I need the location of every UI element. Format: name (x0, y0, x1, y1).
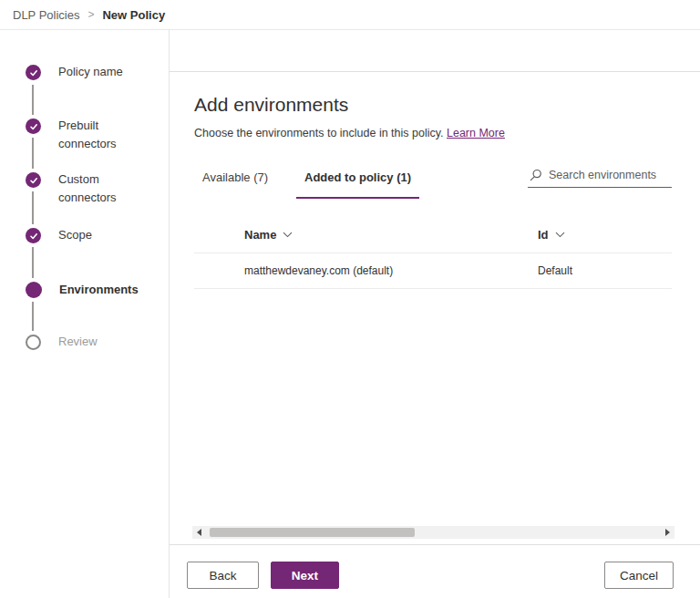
sidebar-step-scope[interactable]: Scope (26, 228, 159, 244)
footer-divider (170, 544, 700, 545)
search-icon (530, 169, 542, 181)
step-complete-check-icon (26, 119, 41, 134)
search-box (528, 164, 672, 188)
back-button[interactable]: Back (187, 562, 259, 589)
sidebar-step-prebuilt-connectors[interactable]: Prebuilt connectors (26, 119, 159, 153)
cancel-button[interactable]: Cancel (604, 562, 674, 589)
column-header-name[interactable]: Name (244, 216, 293, 253)
scroll-right-arrow-icon[interactable] (665, 529, 670, 536)
step-connector-line (32, 191, 34, 224)
step-connector-line (32, 302, 34, 331)
row-id-cell: Default (538, 253, 572, 288)
breadcrumb-current-page: New Policy (102, 8, 165, 22)
sidebar-divider (169, 30, 170, 598)
sidebar-step-label: Custom connectors (58, 170, 159, 207)
sidebar-step-label: Environments (59, 281, 160, 299)
scroll-left-arrow-icon[interactable] (197, 529, 201, 536)
learn-more-link[interactable]: Learn More (447, 127, 505, 139)
dlp-new-policy-wizard: DLP Policies > New Policy Policy name Pr… (0, 0, 700, 598)
column-header-id[interactable]: Id (538, 216, 565, 253)
tab-available[interactable]: Available (7) (194, 158, 276, 199)
step-complete-check-icon (26, 65, 41, 80)
horizontal-scrollbar[interactable] (192, 526, 674, 539)
page-subtitle: Choose the environments to include in th… (194, 127, 505, 139)
sidebar-step-review[interactable]: Review (26, 335, 159, 351)
breadcrumb-dlp-policies-link[interactable]: DLP Policies (13, 8, 79, 22)
row-name-cell: matthewdevaney.com (default) (244, 253, 393, 288)
step-complete-check-icon (26, 228, 41, 243)
sidebar-step-policy-name[interactable]: Policy name (26, 65, 159, 81)
column-header-label: Name (244, 228, 276, 242)
breadcrumb: DLP Policies > New Policy (0, 0, 700, 30)
page-title: Add environments (194, 94, 348, 116)
chevron-down-icon (283, 232, 293, 238)
environment-tabs: Available (7) Added to policy (1) (194, 158, 419, 199)
step-connector-line (32, 138, 34, 169)
sidebar-step-label: Policy name (58, 63, 159, 81)
search-environments-input[interactable] (549, 169, 670, 181)
panel-top-divider (170, 71, 700, 72)
scrollbar-thumb[interactable] (210, 528, 415, 537)
sidebar-step-label: Prebuilt connectors (58, 117, 159, 153)
table-header: Name Id (194, 216, 672, 253)
subtitle-text: Choose the environments to include in th… (194, 127, 444, 139)
step-connector-line (32, 85, 34, 115)
sidebar-step-label: Review (58, 333, 159, 351)
chevron-down-icon (555, 232, 565, 238)
table-row[interactable]: matthewdevaney.com (default) Default (194, 253, 672, 288)
sidebar-step-custom-connectors[interactable]: Custom connectors (26, 172, 159, 207)
chevron-right-icon: > (88, 8, 94, 21)
step-complete-check-icon (26, 172, 41, 188)
table-row-divider (194, 288, 672, 289)
step-current-dot-icon (26, 282, 42, 298)
next-button[interactable]: Next (271, 562, 339, 589)
column-header-label: Id (538, 228, 549, 242)
step-upcoming-circle-icon (26, 335, 41, 350)
step-connector-line (32, 247, 34, 278)
sidebar-step-label: Scope (58, 226, 159, 244)
sidebar-step-environments-current[interactable]: Environments (26, 282, 160, 299)
tab-added-to-policy[interactable]: Added to policy (1) (296, 158, 419, 199)
